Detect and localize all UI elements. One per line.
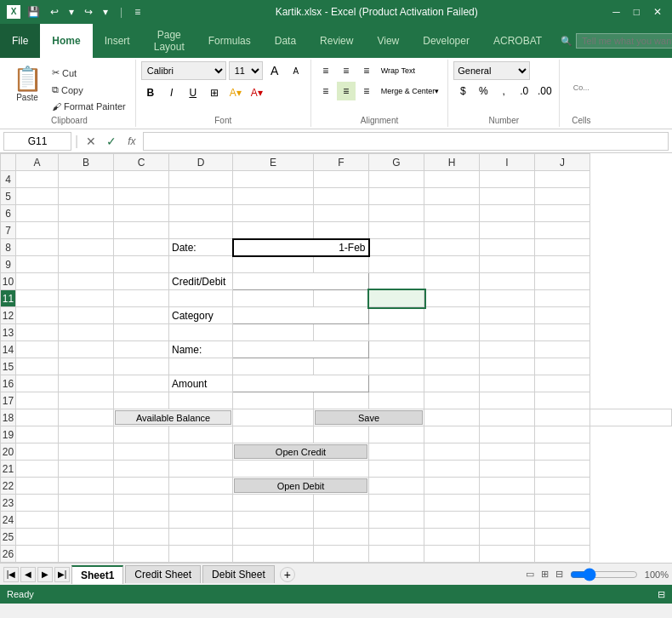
row-header-13[interactable]: 13 [1,324,16,341]
cell-J12[interactable] [535,307,590,324]
cell-ref-box[interactable] [3,132,71,151]
cell-B14[interactable] [59,341,114,358]
cell-B8[interactable] [59,239,114,256]
row-header-26[interactable]: 26 [1,546,16,563]
cell-B5[interactable] [59,188,114,205]
cell-D17[interactable] [169,392,233,409]
cell-A9[interactable] [16,256,59,273]
cell-C4[interactable] [114,171,169,188]
cell-H17[interactable] [424,392,480,409]
cell-D12[interactable]: Category [169,307,233,324]
cell-A15[interactable] [16,358,59,375]
cell-A18[interactable] [16,409,59,426]
cell-A25[interactable] [16,529,59,546]
col-header-B[interactable]: B [59,154,114,171]
cell-C7[interactable] [114,222,169,239]
cell-A5[interactable] [16,188,59,205]
cell-I24[interactable] [480,512,535,529]
zoom-slider[interactable] [570,568,638,581]
align-center-button[interactable]: ≡ [337,82,356,100]
row-header-21[interactable]: 21 [1,461,16,478]
cell-D11[interactable] [169,290,233,307]
cell-G18[interactable] [424,409,480,426]
cell-D20[interactable] [169,443,233,461]
page-break-icon[interactable]: ⊟ [555,569,563,580]
row-header-9[interactable]: 9 [1,256,16,273]
cell-J5[interactable] [535,188,590,205]
tab-data[interactable]: Data [263,24,308,58]
cell-F19[interactable] [314,426,369,443]
cell-H9[interactable] [424,256,480,273]
cell-F26[interactable] [314,546,369,563]
cell-G22[interactable] [369,478,424,495]
cell-A13[interactable] [16,324,59,341]
minimize-button[interactable]: ─ [609,4,624,20]
cut-button[interactable]: ✂ Cut [48,65,130,81]
cell-H23[interactable] [424,495,480,512]
cell-B24[interactable] [59,512,114,529]
cell-I26[interactable] [480,546,535,563]
col-header-G[interactable]: G [369,154,424,171]
cell-D26[interactable] [169,546,233,563]
cell-E17[interactable] [233,392,314,409]
cell-B23[interactable] [59,495,114,512]
cell-E8[interactable]: 1-Feb [233,239,369,256]
fill-color-button[interactable]: A▾ [226,83,245,102]
cell-J20[interactable] [535,443,590,461]
cell-J4[interactable] [535,171,590,188]
cell-A8[interactable] [16,239,59,256]
cell-E11[interactable] [233,290,314,307]
font-size-select[interactable]: 11 [229,61,263,80]
cell-A24[interactable] [16,512,59,529]
undo-dropdown-button[interactable]: ▾ [65,4,77,20]
cell-C9[interactable] [114,256,169,273]
tab-file[interactable]: File [0,24,40,58]
cell-H13[interactable] [424,324,480,341]
cell-F9[interactable] [314,256,369,273]
cell-C8[interactable] [114,239,169,256]
cell-G16[interactable] [369,375,424,392]
row-header-5[interactable]: 5 [1,188,16,205]
cell-C26[interactable] [114,546,169,563]
cell-D6[interactable] [169,205,233,222]
cell-C17[interactable] [114,392,169,409]
cell-E4[interactable] [233,171,314,188]
align-middle-button[interactable]: ≡ [337,61,356,80]
cell-D8[interactable]: Date: [169,239,233,256]
cell-B9[interactable] [59,256,114,273]
formula-input[interactable] [143,132,669,151]
cell-J18[interactable] [590,409,672,426]
add-sheet-button[interactable]: + [280,567,295,582]
confirm-formula-button[interactable]: ✓ [102,132,121,151]
cell-G26[interactable] [369,546,424,563]
cell-E15[interactable] [233,358,314,375]
cell-G5[interactable] [369,188,424,205]
tab-pagelayout[interactable]: Page Layout [142,24,196,58]
row-header-12[interactable]: 12 [1,307,16,324]
cell-H24[interactable] [424,512,480,529]
cell-H12[interactable] [424,307,480,324]
cell-G13[interactable] [369,324,424,341]
cell-I5[interactable] [480,188,535,205]
restore-button[interactable]: □ [630,4,643,20]
cell-F5[interactable] [314,188,369,205]
tab-nav-prev[interactable]: ◀ [20,567,36,582]
cell-I25[interactable] [480,529,535,546]
increase-decimal-button[interactable]: .00 [535,82,554,100]
tab-acrobat[interactable]: ACROBAT [481,24,554,58]
cell-G9[interactable] [369,256,424,273]
row-header-15[interactable]: 15 [1,358,16,375]
cell-D7[interactable] [169,222,233,239]
cell-H14[interactable] [424,341,480,358]
cell-E12[interactable] [233,307,369,324]
tab-developer[interactable]: Developer [411,24,481,58]
col-header-I[interactable]: I [480,154,535,171]
bold-button[interactable]: B [141,83,160,102]
tab-view[interactable]: View [365,24,411,58]
tab-home[interactable]: Home [40,24,92,58]
cell-F15[interactable] [314,358,369,375]
open-credit-button[interactable]: Open Credit [234,444,367,459]
cell-I18[interactable] [535,409,590,426]
cell-G24[interactable] [369,512,424,529]
col-header-A[interactable]: A [16,154,59,171]
